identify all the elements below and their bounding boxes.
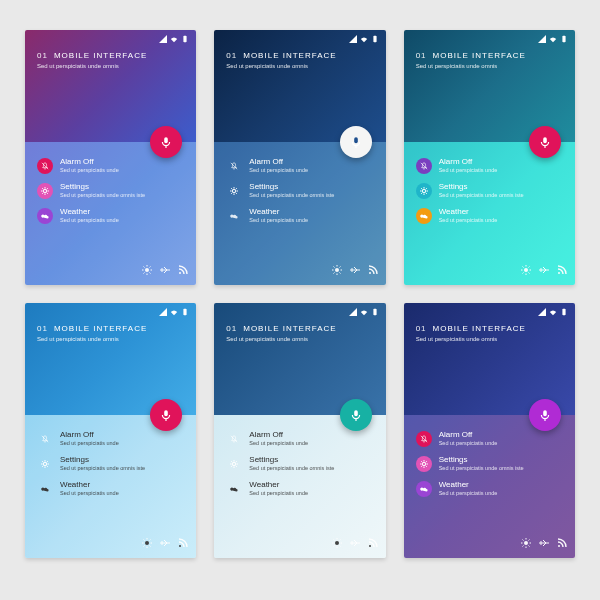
airplane-icon[interactable]	[350, 534, 360, 552]
status-bar	[404, 303, 575, 318]
mobile-screen: 01MOBILE INTERFACESed ut perspiciatis un…	[25, 30, 196, 285]
rss-icon[interactable]	[178, 534, 188, 552]
brightness-icon[interactable]	[142, 261, 152, 279]
brightness-icon[interactable]	[142, 534, 152, 552]
menu-item-sub: Sed ut perspiciatis unde	[439, 217, 498, 223]
brightness-icon[interactable]	[332, 261, 342, 279]
menu-list: Alarm OffSed ut perspiciatis undeSetting…	[416, 158, 563, 233]
airplane-icon[interactable]	[539, 534, 549, 552]
bell-off-icon	[37, 431, 53, 447]
menu-item-2[interactable]: WeatherSed ut perspiciatis unde	[416, 481, 563, 497]
menu-item-label: Settings	[60, 456, 145, 465]
menu-item-sub: Sed ut perspiciatis unde	[60, 440, 119, 446]
menu-list: Alarm OffSed ut perspiciatis undeSetting…	[226, 431, 373, 506]
menu-item-0[interactable]: Alarm OffSed ut perspiciatis unde	[416, 431, 563, 447]
menu-item-label: Alarm Off	[439, 431, 498, 440]
menu-item-2[interactable]: WeatherSed ut perspiciatis unde	[416, 208, 563, 224]
menu-item-label: Settings	[60, 183, 145, 192]
airplane-icon[interactable]	[539, 261, 549, 279]
cloud-icon	[37, 208, 53, 224]
mic-button[interactable]	[150, 126, 182, 158]
menu-item-sub: Sed ut perspiciatis unde omnis iste	[439, 192, 524, 198]
wifi-icon	[360, 35, 368, 45]
menu-item-0[interactable]: Alarm OffSed ut perspiciatis unde	[226, 158, 373, 174]
page-title: 01MOBILE INTERFACE	[226, 324, 373, 333]
menu-item-sub: Sed ut perspiciatis unde	[439, 440, 498, 446]
mic-button[interactable]	[340, 399, 372, 431]
rss-icon[interactable]	[557, 261, 567, 279]
menu-item-sub: Sed ut perspiciatis unde	[249, 490, 308, 496]
menu-item-1[interactable]: SettingsSed ut perspiciatis unde omnis i…	[416, 183, 563, 199]
rss-icon[interactable]	[178, 261, 188, 279]
cloud-icon	[226, 481, 242, 497]
menu-item-2[interactable]: WeatherSed ut perspiciatis unde	[226, 481, 373, 497]
mic-button[interactable]	[340, 126, 372, 158]
menu-item-label: Weather	[439, 208, 498, 217]
status-bar	[214, 30, 385, 45]
menu-item-1[interactable]: SettingsSed ut perspiciatis unde omnis i…	[226, 456, 373, 472]
battery-icon	[371, 35, 379, 45]
page-title: 01MOBILE INTERFACE	[226, 51, 373, 60]
menu-item-0[interactable]: Alarm OffSed ut perspiciatis unde	[37, 431, 184, 447]
airplane-icon[interactable]	[350, 261, 360, 279]
brightness-icon[interactable]	[332, 534, 342, 552]
brightness-icon[interactable]	[521, 534, 531, 552]
page-title: 01MOBILE INTERFACE	[37, 51, 184, 60]
bell-off-icon	[37, 158, 53, 174]
menu-item-sub: Sed ut perspiciatis unde	[60, 490, 119, 496]
quick-toggles	[332, 261, 378, 279]
menu-item-1[interactable]: SettingsSed ut perspiciatis unde omnis i…	[37, 456, 184, 472]
menu-item-label: Settings	[439, 183, 524, 192]
signal-icon	[349, 308, 357, 318]
mobile-screen: 01MOBILE INTERFACESed ut perspiciatis un…	[404, 303, 575, 558]
gear-icon	[416, 183, 432, 199]
mic-button[interactable]	[529, 399, 561, 431]
rss-icon[interactable]	[368, 261, 378, 279]
mobile-screen: 01MOBILE INTERFACESed ut perspiciatis un…	[25, 303, 196, 558]
menu-item-1[interactable]: SettingsSed ut perspiciatis unde omnis i…	[416, 456, 563, 472]
menu-item-sub: Sed ut perspiciatis unde omnis iste	[60, 192, 145, 198]
bell-off-icon	[226, 158, 242, 174]
menu-item-2[interactable]: WeatherSed ut perspiciatis unde	[37, 208, 184, 224]
menu-item-sub: Sed ut perspiciatis unde omnis iste	[249, 465, 334, 471]
bell-off-icon	[416, 431, 432, 447]
menu-item-0[interactable]: Alarm OffSed ut perspiciatis unde	[226, 431, 373, 447]
menu-item-label: Weather	[60, 208, 119, 217]
menu-item-sub: Sed ut perspiciatis unde	[249, 167, 308, 173]
signal-icon	[159, 35, 167, 45]
mobile-screen: 01MOBILE INTERFACESed ut perspiciatis un…	[214, 303, 385, 558]
menu-item-0[interactable]: Alarm OffSed ut perspiciatis unde	[416, 158, 563, 174]
battery-icon	[181, 35, 189, 45]
menu-item-label: Alarm Off	[60, 431, 119, 440]
menu-item-0[interactable]: Alarm OffSed ut perspiciatis unde	[37, 158, 184, 174]
brightness-icon[interactable]	[521, 261, 531, 279]
rss-icon[interactable]	[557, 534, 567, 552]
page-subtitle: Sed ut perspiciatis unde omnis	[416, 336, 563, 342]
menu-item-sub: Sed ut perspiciatis unde omnis iste	[60, 465, 145, 471]
mic-button[interactable]	[529, 126, 561, 158]
gear-icon	[226, 183, 242, 199]
menu-item-label: Alarm Off	[249, 158, 308, 167]
mic-button[interactable]	[150, 399, 182, 431]
cloud-icon	[226, 208, 242, 224]
menu-list: Alarm OffSed ut perspiciatis undeSetting…	[226, 158, 373, 233]
quick-toggles	[521, 534, 567, 552]
status-bar	[404, 30, 575, 45]
menu-item-1[interactable]: SettingsSed ut perspiciatis unde omnis i…	[226, 183, 373, 199]
airplane-icon[interactable]	[160, 534, 170, 552]
menu-item-sub: Sed ut perspiciatis unde	[249, 440, 308, 446]
menu-item-1[interactable]: SettingsSed ut perspiciatis unde omnis i…	[37, 183, 184, 199]
menu-item-sub: Sed ut perspiciatis unde omnis iste	[249, 192, 334, 198]
signal-icon	[538, 308, 546, 318]
airplane-icon[interactable]	[160, 261, 170, 279]
menu-item-2[interactable]: WeatherSed ut perspiciatis unde	[226, 208, 373, 224]
rss-icon[interactable]	[368, 534, 378, 552]
menu-item-sub: Sed ut perspiciatis unde	[60, 217, 119, 223]
menu-item-label: Weather	[60, 481, 119, 490]
cloud-icon	[37, 481, 53, 497]
page-subtitle: Sed ut perspiciatis unde omnis	[226, 336, 373, 342]
menu-item-2[interactable]: WeatherSed ut perspiciatis unde	[37, 481, 184, 497]
battery-icon	[560, 35, 568, 45]
menu-item-label: Settings	[439, 456, 524, 465]
page-title: 01MOBILE INTERFACE	[416, 51, 563, 60]
